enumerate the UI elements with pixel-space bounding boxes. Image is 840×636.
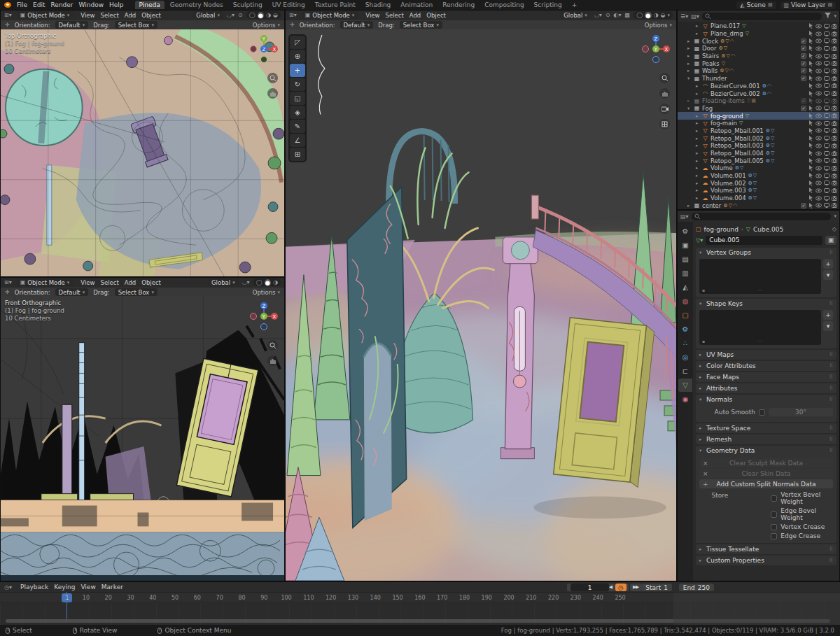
selectable-icon[interactable] [808,53,813,59]
render-disable-icon[interactable] [832,91,837,96]
selectable-icon[interactable] [808,181,813,186]
viewport-menu-item[interactable]: Object [139,12,164,19]
workspace-tab[interactable]: Sculpting [229,1,267,9]
viewport-disable-icon[interactable] [824,46,830,51]
shading-modes[interactable]: ◯●◑◒ [246,11,281,19]
properties-tab[interactable]: ▤ [678,253,692,266]
collection-checkbox-icon[interactable]: ✓ [801,203,806,209]
outliner-item[interactable]: ▸ ◠ BezierCurve.001 ⚙◠ ✓ [678,83,839,90]
render-disable-icon[interactable] [832,121,837,126]
render-disable-icon[interactable] [832,38,837,43]
render-disable-icon[interactable] [832,76,837,81]
scene-selector[interactable]: ◭ Scene ▤ [736,1,776,9]
editor-type-icon[interactable]: ⊞▾ [289,12,297,18]
menu-item[interactable]: File [14,1,30,8]
hide-eye-icon[interactable] [816,151,822,156]
selectable-icon[interactable] [808,128,813,134]
expander-icon[interactable]: ▸ [687,98,692,104]
outliner-item[interactable]: ▸ ▽ Plane_dmg ▽ ✓ [678,30,839,38]
editor-type-icon[interactable]: ☰▾ [680,13,688,20]
editor-type-icon[interactable]: ▤▾ [680,213,689,220]
hide-eye-icon[interactable] [816,69,822,73]
properties-tab[interactable]: ◭ [678,281,692,294]
xray-icon[interactable]: ▩ [625,12,631,18]
properties-tab[interactable]: ⚙ [678,323,692,336]
viewport-menu-item[interactable]: View [78,279,97,286]
viewport-disable-icon[interactable] [824,166,830,171]
outliner-item[interactable]: ▸ ▽ Retopo_Mball.004 ⚙▽ ✓ [678,150,839,157]
viewport-canvas-top[interactable]: Top Orthographic (1) Fog | fog-ground 10… [1,29,284,276]
shading-modes[interactable]: ◯●◑◒▾ [634,11,673,19]
render-disable-icon[interactable] [832,24,837,29]
mode-dropdown[interactable]: ▣Object Mode▾ [17,11,74,19]
viewport-disable-icon[interactable] [824,31,830,36]
timeline-menu-item[interactable]: Playback [18,584,51,591]
editor-type-icon[interactable]: ⊞▾ [4,279,12,285]
selectable-icon[interactable] [808,68,813,73]
viewport-menu-item[interactable]: Add [407,12,424,19]
viewport-disable-icon[interactable] [824,106,830,111]
options-button[interactable]: Options▾ [253,22,280,29]
navigation-gizmo[interactable]: Y X Z [248,33,280,65]
outliner-item[interactable]: ▸ ▦ Stairs ⚙▽◠ ✓ [678,52,839,60]
render-disable-icon[interactable] [832,143,837,148]
hide-eye-icon[interactable] [816,143,822,148]
properties-options-icon[interactable]: ▾ [834,213,836,219]
viewport-menu-item[interactable]: Select [98,279,122,286]
hide-eye-icon[interactable] [816,188,822,193]
outliner-item[interactable]: ▸ ◠ BezierCurve.002 ⚙◠ ✓ [678,90,839,97]
overlays-icon[interactable]: ◐▾ [614,12,622,18]
selectable-icon[interactable] [808,136,813,141]
new-layer-icon[interactable]: ▤ [827,2,832,8]
snap-icon[interactable]: ◡▾ [242,279,250,285]
selectable-icon[interactable] [808,158,813,164]
expander-icon[interactable]: ▸ [696,136,700,141]
properties-tab[interactable]: ⊏ [678,365,692,378]
collection-checkbox-icon[interactable]: ✓ [801,61,806,66]
outliner-item[interactable]: ▸ ▦ center ⚙▽◠ ✓ [678,202,839,210]
viewport-disable-icon[interactable] [824,136,830,141]
tool-button[interactable]: ∠ [290,134,305,147]
selectable-icon[interactable] [808,31,813,36]
viewport-menu-item[interactable]: Object [424,12,449,19]
fake-user-button[interactable]: ▣ [825,236,836,245]
hide-eye-icon[interactable] [816,181,822,185]
vertex-group-specials-button[interactable]: ▾ [823,270,833,280]
properties-tab[interactable]: ◎ [678,351,692,364]
pin-icon[interactable]: ◇ [832,226,836,232]
clear-skin-data-button[interactable]: ×Clear Skin Data [699,469,833,478]
hide-eye-icon[interactable] [816,166,822,171]
expander-icon[interactable]: ▸ [687,203,692,209]
properties-tab[interactable]: ▢ [678,309,692,322]
outliner-item[interactable]: ▸ ☁ Volume.001 ⚙▽ ✓ [678,172,839,180]
outliner-item[interactable]: ▾ ▦ Thunder ✓ [678,75,839,83]
viewport-disable-icon[interactable] [824,181,830,185]
collection-checkbox-icon[interactable]: ✓ [801,68,806,73]
selectable-icon[interactable] [808,76,813,81]
workspace-tab[interactable]: Scripting [530,1,566,9]
drag-value[interactable]: Select Box▾ [115,21,158,29]
viewport-disable-icon[interactable] [824,61,830,66]
selectable-icon[interactable] [808,98,813,104]
selectable-icon[interactable] [808,173,813,178]
orientation-dropdown[interactable]: Global▾ [192,11,223,19]
outliner-item[interactable]: ▸ ☁ Volume.003 ⚙▽ ✓ [678,187,839,195]
orientation-value[interactable]: Default▾ [55,288,89,296]
hide-eye-icon[interactable] [816,54,822,59]
viewport-canvas-main[interactable]: ◸⊕+↻◱◈✎∠⊞ Z X Y [286,29,676,581]
options-button[interactable]: Options▾ [645,22,672,29]
tool-button[interactable]: ⊞ [290,148,305,161]
outliner-item[interactable]: ▸ ▦ Floating-items ▽▦ ✓ [678,97,839,105]
hide-eye-icon[interactable] [816,113,822,118]
outliner-item[interactable]: ▸ ▽ Retopo_Mball.002 ⚙▽ ✓ [678,134,839,142]
workspace-tab[interactable]: Compositing [480,1,528,9]
tool-button[interactable]: + [290,64,305,77]
transport-button[interactable]: ▶▶ [630,584,641,591]
hide-eye-icon[interactable] [816,91,822,96]
expander-icon[interactable]: ▸ [696,128,700,134]
outliner-item[interactable]: ▸ ☁ Volume ⚙▽ ✓ [678,164,839,172]
collection-checkbox-icon[interactable]: ✓ [801,106,806,111]
viewport-disable-icon[interactable] [824,91,830,96]
ortho-toggle-icon[interactable] [659,119,670,129]
outliner-item[interactable]: ▸ ☁ Volume.002 ⚙▽ ✓ [678,179,839,187]
